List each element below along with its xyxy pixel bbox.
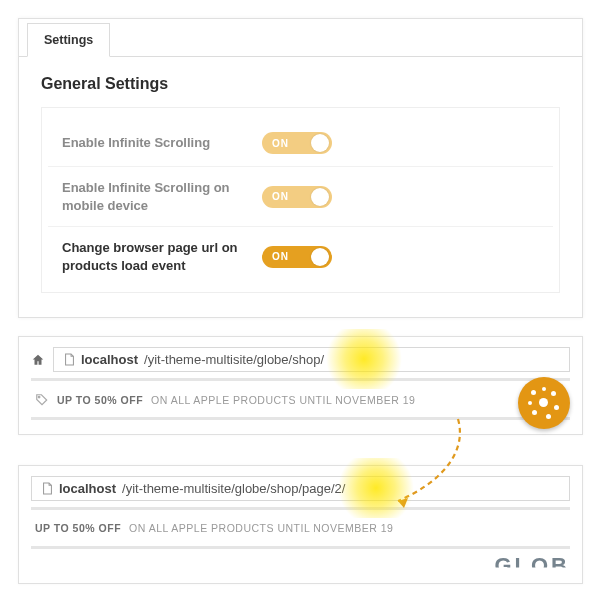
arrow-icon [368,409,488,519]
url-path: /yit-theme-multisite/globe/shop/ [144,352,324,367]
browser-preview-2: localhost/yit-theme-multisite/globe/shop… [18,465,583,584]
promo-row: UP TO 50% OFF ON ALL APPLE PRODUCTS UNTI… [31,381,570,420]
document-icon [64,353,75,366]
address-row: localhost/yit-theme-multisite/globe/shop… [31,347,570,381]
section-title: General Settings [41,75,560,93]
svg-point-0 [38,396,40,398]
tag-icon [35,393,49,407]
promo-bold: UP TO 50% OFF [57,394,143,406]
toggle-change-url[interactable]: ON [262,246,332,268]
url-host: localhost [81,352,138,367]
tab-settings[interactable]: Settings [27,23,110,57]
row-label: Enable Infinite Scrolling [62,134,262,152]
toggle-text: ON [272,138,289,149]
tab-strip: Settings [19,19,582,57]
toggle-text: ON [272,191,289,202]
brand-logo-partial: GLOB [494,553,570,579]
toggle-text: ON [272,251,289,262]
row-label: Enable Infinite Scrolling on mobile devi… [62,179,262,214]
promo-rest: ON ALL APPLE PRODUCTS UNTIL NOVEMBER 19 [129,522,393,534]
url-path: /yit-theme-multisite/globe/shop/page/2/ [122,481,345,496]
row-change-url: Change browser page url on products load… [48,227,553,286]
loader-badge-icon [518,377,570,429]
toggle-infinite-scroll-mobile[interactable]: ON [262,186,332,208]
promo-bold: UP TO 50% OFF [35,522,121,534]
url-host: localhost [59,481,116,496]
panel-body: General Settings Enable Infinite Scrolli… [19,57,582,317]
browser-preview-1: localhost/yit-theme-multisite/globe/shop… [18,336,583,435]
row-control: ON [262,186,539,208]
home-icon [31,353,45,367]
settings-panel: Settings General Settings Enable Infinit… [18,18,583,318]
url-box[interactable]: localhost/yit-theme-multisite/globe/shop… [31,476,570,501]
promo-row: UP TO 50% OFF ON ALL APPLE PRODUCTS UNTI… [31,510,570,544]
row-enable-infinite-scroll: Enable Infinite Scrolling ON [48,120,553,167]
address-row: localhost/yit-theme-multisite/globe/shop… [31,476,570,510]
row-label: Change browser page url on products load… [62,239,262,274]
promo-rest: ON ALL APPLE PRODUCTS UNTIL NOVEMBER 19 [151,394,415,406]
toggle-infinite-scroll[interactable]: ON [262,132,332,154]
document-icon [42,482,53,495]
row-control: ON [262,246,539,268]
settings-rows: Enable Infinite Scrolling ON Enable Infi… [41,107,560,293]
row-control: ON [262,132,539,154]
url-box[interactable]: localhost/yit-theme-multisite/globe/shop… [53,347,570,372]
row-enable-infinite-scroll-mobile: Enable Infinite Scrolling on mobile devi… [48,167,553,227]
